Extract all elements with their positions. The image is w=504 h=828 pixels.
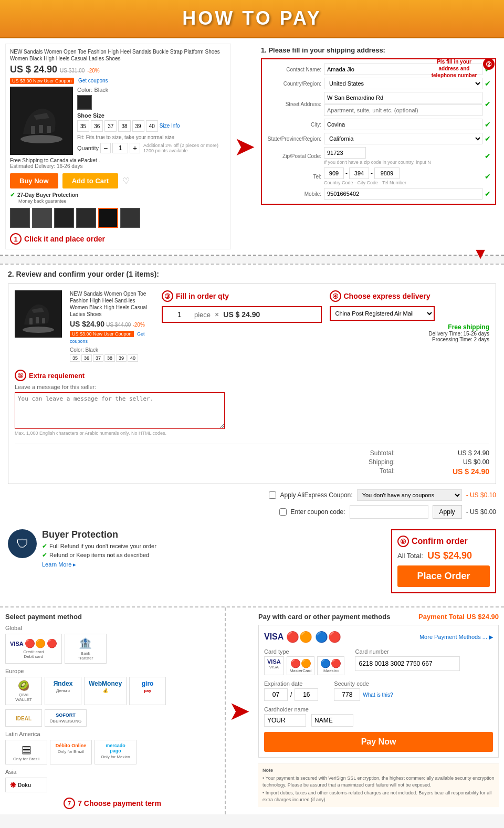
tel-input-1[interactable]	[324, 167, 344, 179]
wishlist-button[interactable]: ♡	[122, 176, 130, 186]
payment-debito[interactable]: Débito Online Only for Brazil	[50, 740, 92, 764]
learn-more-link[interactable]: Learn More ▸	[42, 561, 156, 568]
svg-rect-6	[36, 317, 39, 323]
apply-button[interactable]: Apply	[433, 505, 462, 519]
expiry-year-input[interactable]	[295, 688, 318, 701]
svg-rect-1	[31, 126, 35, 134]
street-input[interactable]	[324, 92, 482, 103]
step7-circle: 7	[64, 798, 75, 809]
svg-rect-7	[42, 318, 45, 323]
card-number-input[interactable]	[355, 656, 460, 671]
size-39[interactable]: 39	[132, 120, 144, 132]
what-is-this-link[interactable]: What is this?	[363, 692, 393, 698]
add-to-cart-button[interactable]: Add to Cart	[62, 173, 119, 188]
pay-with-card-title: Pay with card or other payment methods	[258, 613, 390, 621]
section3: Select payment method Global VISA 🔴🟠 🔴 C…	[0, 606, 504, 814]
aliexpress-coupon-select[interactable]: You don't have any coupons	[357, 489, 462, 501]
processing-time: Processing Time: 2 days	[330, 337, 490, 342]
order-qty-input[interactable]	[169, 310, 190, 319]
thumb-3[interactable]	[54, 208, 74, 228]
aliexpress-coupon-amount: - US $0.10	[466, 491, 496, 499]
thumb-1[interactable]	[10, 208, 30, 228]
expiry-month-input[interactable]	[264, 688, 288, 701]
select-payment-title: Select payment method	[5, 613, 219, 621]
delivery-select[interactable]: China Post Registered Air Mail	[330, 306, 435, 321]
size-36[interactable]: 36	[91, 120, 103, 132]
state-select[interactable]: California	[324, 133, 482, 144]
card-form: VISA 🔴🟠 🔵🔴 More Payment Methods ... ▶ Ca…	[258, 625, 499, 758]
city-input[interactable]	[324, 119, 482, 130]
size-40[interactable]: 40	[146, 120, 158, 132]
payment-dengi[interactable]: Яndex Деньги	[45, 677, 81, 705]
card-type-visa[interactable]: VISA VISA	[264, 656, 284, 675]
all-total-label: All Total:	[397, 552, 423, 560]
mobile-input[interactable]	[324, 188, 482, 200]
note-line1: • Your payment is secured with VeriSign …	[262, 775, 495, 788]
order-size-35[interactable]: 35	[70, 354, 80, 362]
payment-boleto[interactable]: ▤ Only for Brazil	[5, 740, 47, 764]
tel-input-2[interactable]	[349, 167, 369, 179]
payment-ideal[interactable]: iDEAL	[5, 709, 42, 727]
country-select[interactable]: United States	[324, 78, 482, 89]
payment-doku[interactable]: ❋ Doku	[5, 778, 47, 792]
qty-minus[interactable]: −	[100, 143, 111, 153]
tel-dash-1: -	[345, 170, 348, 177]
svg-rect-2	[39, 125, 43, 133]
qty-price: US $ 24.90	[223, 310, 260, 319]
color-label: Color:	[77, 87, 94, 93]
coupon-code-checkbox[interactable]	[279, 508, 287, 516]
seller-message-input[interactable]	[15, 392, 225, 429]
size-37[interactable]: 37	[104, 120, 117, 132]
street-check: ✔	[485, 100, 491, 108]
thumb-5[interactable]	[98, 208, 118, 228]
tel-input-3[interactable]	[374, 167, 400, 179]
apt-input[interactable]	[324, 104, 482, 116]
aliexpress-coupon-checkbox[interactable]	[269, 491, 276, 499]
place-order-button[interactable]: Place Order	[397, 565, 490, 587]
payment-mercadopago[interactable]: mercadopago Only for Mexico	[94, 740, 136, 764]
buy-now-button[interactable]: Buy Now	[10, 173, 58, 188]
size-38[interactable]: 38	[118, 120, 130, 132]
security-label: Security code	[334, 680, 393, 687]
order-size-37[interactable]: 37	[93, 354, 103, 362]
payment-total-amount: US $24.90	[467, 613, 499, 621]
note-title: Note	[262, 768, 495, 773]
qty-input[interactable]	[112, 143, 128, 153]
size-35[interactable]: 35	[77, 120, 89, 132]
coupon-section: Apply AliExpress Coupon: You don't have …	[8, 484, 496, 524]
payment-webmoney[interactable]: WebMoney 💰	[84, 677, 127, 705]
payment-qiwi[interactable]: 🥝 QIWIWALLET	[5, 677, 42, 705]
thumb-6[interactable]	[120, 208, 140, 228]
more-payments-link[interactable]: More Payment Methods ... ▶	[419, 634, 493, 641]
size-info-link[interactable]: Size Info	[160, 120, 180, 132]
zip-check: ✔	[485, 152, 491, 160]
step6-label: Confirm order	[412, 537, 468, 546]
order-size-36[interactable]: 36	[81, 354, 92, 362]
thumb-2[interactable]	[32, 208, 52, 228]
qty-plus[interactable]: +	[130, 143, 140, 153]
annotation-2-circle: ②	[483, 58, 495, 70]
payment-visa-mc[interactable]: VISA 🔴🟠 🔴 Credit cardDebit card	[5, 634, 62, 664]
pay-now-button[interactable]: Pay Now	[264, 732, 493, 752]
thumb-4[interactable]	[76, 208, 96, 228]
card-type-maestro[interactable]: 🔵🔴 Maestro	[317, 656, 344, 675]
security-input[interactable]	[334, 688, 360, 701]
payment-total-display: Payment Total US $24.90	[418, 613, 499, 621]
card-type-mastercard[interactable]: 🔴🟠 MasterCard	[287, 656, 315, 675]
cardholder-first-input[interactable]	[264, 714, 306, 727]
step5-label: Extra requiement	[29, 372, 85, 380]
order-size-38[interactable]: 38	[104, 354, 115, 362]
order-size-40[interactable]: 40	[128, 354, 138, 362]
zip-input[interactable]	[324, 147, 366, 159]
coupon-link[interactable]: Get coupons	[78, 78, 108, 83]
step1-label: Click it and place order	[24, 235, 105, 243]
country-label: Country/Region:	[266, 81, 324, 87]
order-size-39[interactable]: 39	[116, 354, 127, 362]
check-icon-2: ✔	[42, 551, 47, 559]
payment-sofort[interactable]: SOFORT ÜBERWEISUNG	[45, 709, 87, 727]
coupon-code-input[interactable]	[350, 505, 428, 519]
cardholder-last-input[interactable]	[311, 714, 353, 727]
payment-giropay[interactable]: giro pay	[129, 677, 166, 705]
step7-label: 7 Choose payment term	[78, 799, 161, 808]
payment-bank-transfer[interactable]: 🏦 BankTransfer	[65, 634, 107, 664]
